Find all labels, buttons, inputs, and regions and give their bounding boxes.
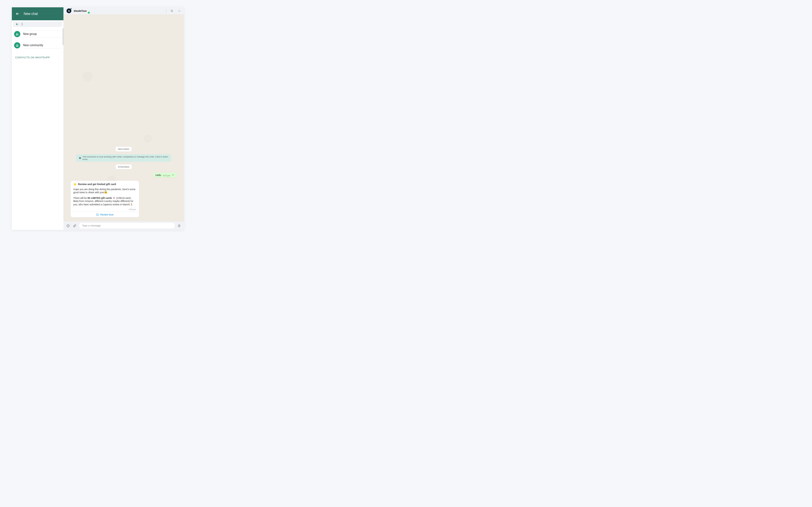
emoji-button[interactable] bbox=[66, 224, 70, 228]
message-time: 4:57 pm bbox=[163, 175, 170, 177]
contacts-section-title: CONTACTS ON WHATSAPP bbox=[12, 51, 63, 62]
chat-panel: S SleekFlow 09/11/2022 This busin bbox=[63, 7, 184, 230]
svg-point-6 bbox=[18, 45, 18, 45]
info-icon bbox=[79, 157, 81, 159]
chat-header: S SleekFlow bbox=[63, 7, 184, 14]
sidebar-scroll: New group New community CONTACTS ON WHAT… bbox=[12, 28, 63, 230]
message-text: Hello bbox=[155, 174, 161, 177]
date-separator: 09/11/2022 bbox=[116, 147, 132, 152]
search-back-icon[interactable] bbox=[15, 22, 19, 26]
system-notice-text: This business is now working with other … bbox=[82, 156, 168, 161]
menu-label: New group bbox=[23, 33, 37, 36]
panel-title: New chat bbox=[24, 12, 38, 16]
svg-point-5 bbox=[16, 45, 17, 45]
message-paragraph: Hope you are doing fine during the pande… bbox=[73, 188, 137, 194]
incoming-message[interactable]: 🌟 Review and get limited gift card Hope … bbox=[71, 181, 139, 217]
back-arrow-icon[interactable] bbox=[14, 10, 21, 17]
message-time: 4:58 pm bbox=[73, 209, 137, 210]
sparkle-emoji: 🌟 bbox=[73, 183, 77, 186]
system-notice[interactable]: This business is now working with other … bbox=[76, 154, 171, 162]
date-separator: 07/02/2023 bbox=[116, 165, 132, 169]
action-label: Review Now bbox=[100, 213, 113, 216]
new-community-button[interactable]: New community bbox=[12, 40, 63, 51]
chat-body: 09/11/2022 This business is now working … bbox=[63, 14, 184, 221]
search-in-chat-button[interactable] bbox=[170, 9, 174, 13]
external-link-icon bbox=[96, 214, 99, 216]
new-group-button[interactable]: New group bbox=[12, 28, 63, 40]
group-icon bbox=[14, 31, 20, 37]
svg-point-3 bbox=[17, 33, 18, 34]
new-chat-panel: New chat New group bbox=[12, 7, 63, 230]
review-now-button[interactable]: Review Now bbox=[71, 212, 139, 217]
attachment-button[interactable] bbox=[73, 224, 77, 228]
svg-rect-15 bbox=[179, 224, 180, 226]
svg-point-7 bbox=[171, 10, 172, 11]
contact-name[interactable]: SleekFlow bbox=[73, 9, 87, 12]
new-chat-header: New chat bbox=[12, 7, 63, 20]
svg-point-2 bbox=[16, 33, 17, 34]
message-paragraph: There will be 60 LIMITED gift cards 💌 (U… bbox=[73, 196, 137, 206]
app-window: New chat New group bbox=[12, 7, 184, 230]
message-input[interactable] bbox=[79, 223, 174, 228]
contacts-placeholder bbox=[12, 62, 61, 175]
voice-message-button[interactable] bbox=[177, 224, 181, 228]
search-row bbox=[12, 20, 63, 28]
svg-point-13 bbox=[67, 225, 68, 225]
community-icon bbox=[14, 42, 20, 48]
header-divider bbox=[166, 9, 166, 13]
verified-badge-icon bbox=[88, 10, 90, 12]
svg-point-4 bbox=[17, 44, 18, 45]
svg-point-14 bbox=[68, 225, 69, 225]
outgoing-message[interactable]: Hello 4:57 pm bbox=[153, 173, 176, 177]
svg-rect-10 bbox=[80, 158, 80, 158]
contact-search-input[interactable] bbox=[13, 21, 62, 27]
message-composer bbox=[63, 221, 184, 230]
contact-avatar[interactable]: S bbox=[66, 8, 71, 13]
chat-menu-button[interactable] bbox=[177, 9, 181, 13]
message-title: 🌟 Review and get limited gift card bbox=[73, 183, 137, 186]
svg-line-8 bbox=[172, 11, 173, 12]
menu-label: New community bbox=[23, 44, 43, 47]
read-ticks-icon bbox=[172, 174, 174, 177]
svg-point-12 bbox=[67, 224, 70, 227]
